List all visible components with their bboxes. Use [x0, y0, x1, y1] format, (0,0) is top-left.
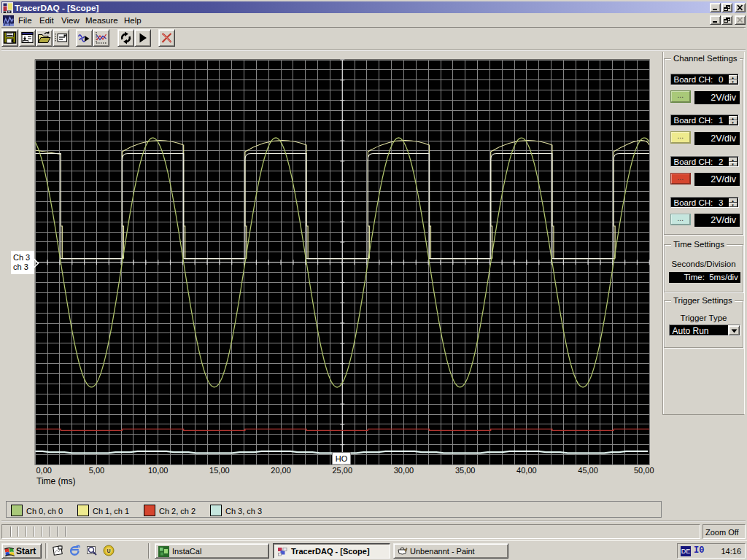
svg-text:30,00: 30,00: [394, 466, 414, 475]
svg-text:40,00: 40,00: [516, 466, 537, 475]
svg-text:25,00: 25,00: [333, 466, 353, 475]
svg-text:Time (ms): Time (ms): [36, 476, 76, 486]
svg-text:ch 3: ch 3: [13, 262, 28, 271]
svg-text:5,00: 5,00: [89, 466, 104, 475]
svg-text:0,00: 0,00: [36, 466, 52, 475]
svg-text:35,00: 35,00: [455, 466, 476, 475]
svg-text:15,00: 15,00: [209, 466, 230, 475]
svg-text:20,00: 20,00: [271, 466, 291, 475]
svg-text:10,00: 10,00: [148, 466, 169, 475]
svg-text:U: U: [107, 548, 110, 553]
svg-text:HO: HO: [336, 454, 348, 463]
svg-text:45,00: 45,00: [578, 466, 598, 475]
svg-text:Ch 3: Ch 3: [13, 253, 30, 262]
svg-text:50,00: 50,00: [634, 466, 654, 475]
